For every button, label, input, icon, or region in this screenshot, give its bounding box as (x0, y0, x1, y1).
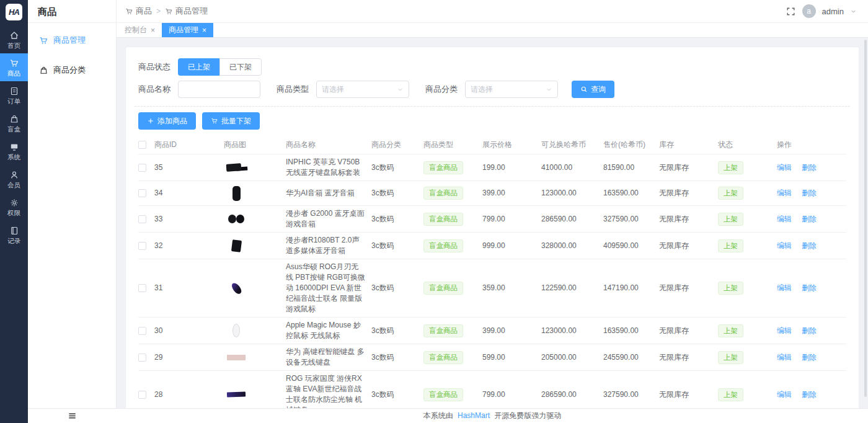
edit-link[interactable]: 编辑 (777, 163, 792, 173)
product-table: 商品ID 商品图 商品名称 商品分类 商品类型 展示价格 可兑换哈希币 售价(哈… (138, 135, 846, 408)
select-all-checkbox[interactable] (138, 141, 146, 149)
batch-takedown-button[interactable]: 批量下架 (202, 112, 260, 130)
hashmart-link[interactable]: HashMart (458, 411, 490, 420)
status-badge: 上架 (718, 282, 743, 295)
row-checkbox[interactable] (138, 189, 146, 197)
radio-off-shelf[interactable]: 已下架 (219, 58, 262, 76)
status-badge: 上架 (718, 161, 743, 174)
product-category-select[interactable]: 请选择 (465, 81, 558, 98)
row-checkbox[interactable] (138, 327, 146, 335)
rail-item-home[interactable]: 首页 (0, 25, 28, 53)
stock: 无限库存 (659, 185, 718, 201)
submenu-item-product-management[interactable]: 商品管理 (28, 28, 116, 53)
rail-item-label: 权限 (7, 210, 20, 216)
breadcrumb-item-products[interactable]: 商品 (125, 6, 152, 17)
breadcrumb-separator: > (156, 7, 161, 16)
product-id: 34 (154, 185, 224, 201)
edit-link[interactable]: 编辑 (777, 214, 792, 225)
avatar[interactable]: a (802, 4, 816, 18)
row-checkbox[interactable] (138, 284, 146, 292)
sale-price: 163590.00 (603, 185, 659, 201)
row-checkbox[interactable] (138, 215, 146, 223)
fullscreen-icon[interactable] (786, 6, 796, 17)
row-checkbox[interactable] (138, 242, 146, 250)
product-image (224, 184, 249, 203)
product-image (224, 321, 249, 340)
sale-price: 327590.00 (603, 212, 659, 227)
sale-price: 81590.00 (603, 160, 659, 176)
type-badge: 盲盒商品 (423, 213, 463, 226)
radio-on-shelf[interactable]: 已上架 (178, 58, 219, 76)
delete-link[interactable]: 删除 (802, 241, 817, 251)
delete-link[interactable]: 删除 (802, 188, 817, 198)
table-row: 35 INPHIC 英菲克 V750B 无线蓝牙键盘鼠标套装 3c数码 盲盒商品… (138, 154, 846, 181)
row-checkbox[interactable] (138, 164, 146, 172)
stock: 无限库存 (659, 160, 718, 176)
submenu-item-label: 商品管理 (53, 35, 86, 46)
tab-console[interactable]: 控制台 × (118, 23, 162, 37)
search-button[interactable]: 查询 (572, 81, 614, 98)
submenu-item-product-categories[interactable]: 商品分类 (28, 58, 116, 82)
member-icon (9, 170, 19, 180)
delete-link[interactable]: 删除 (802, 214, 817, 225)
type-filter-label: 商品类型 (277, 84, 309, 95)
rail-item-permissions[interactable]: 权限 (0, 193, 28, 221)
rail-item-label: 订单 (7, 98, 20, 105)
product-image (224, 236, 249, 255)
edit-link[interactable]: 编辑 (777, 188, 792, 198)
blindbox-icon (9, 114, 19, 124)
row-checkbox[interactable] (138, 354, 146, 362)
edit-link[interactable]: 编辑 (777, 352, 792, 363)
delete-link[interactable]: 删除 (802, 390, 817, 400)
edit-link[interactable]: 编辑 (777, 326, 792, 336)
type-badge: 盲盒商品 (423, 351, 463, 364)
rail-item-label: 记录 (7, 238, 20, 244)
row-checkbox[interactable] (138, 391, 146, 399)
delete-link[interactable]: 删除 (802, 326, 817, 336)
product-id: 29 (154, 350, 224, 365)
product-name: INPHIC 英菲克 V750B 无线蓝牙键盘鼠标套装 (286, 154, 371, 180)
table-row: 29 华为 高键程智能键盘 多设备无线键盘 3c数码 盲盒商品 599.00 2… (138, 344, 846, 371)
vertical-scrollbar[interactable] (864, 40, 867, 397)
delete-link[interactable]: 删除 (802, 352, 817, 363)
rail-item-orders[interactable]: 订单 (0, 81, 28, 109)
edit-link[interactable]: 编辑 (777, 283, 792, 293)
plus-icon (147, 117, 154, 125)
breadcrumb-item-product-management[interactable]: 商品管理 (165, 6, 208, 17)
display-price: 399.00 (482, 323, 541, 339)
delete-link[interactable]: 删除 (802, 283, 817, 293)
product-category: 3c数码 (371, 350, 423, 365)
submenu-title: 商品 (28, 0, 116, 23)
collapse-sidebar-icon[interactable] (68, 411, 77, 421)
rail-item-records[interactable]: 记录 (0, 221, 28, 249)
status-radio-group: 已上架 已下架 (178, 58, 262, 76)
rail-item-members[interactable]: 会员 (0, 165, 28, 193)
close-icon[interactable]: × (202, 27, 206, 34)
tag-tab-bar: 控制台 × 商品管理 × (117, 23, 868, 38)
stock: 无限库存 (659, 350, 718, 365)
cart-icon (211, 117, 218, 125)
product-category: 3c数码 (371, 212, 423, 227)
divider (135, 106, 850, 107)
product-image (224, 385, 249, 404)
product-type-select[interactable]: 请选择 (316, 81, 409, 98)
delete-link[interactable]: 删除 (802, 163, 817, 173)
table-row: 30 Apple Magic Mouse 妙控鼠标 无线鼠标 3c数码 盲盒商品… (138, 318, 846, 344)
product-category: 3c数码 (371, 160, 423, 176)
record-icon (9, 226, 19, 236)
edit-link[interactable]: 编辑 (777, 390, 792, 400)
add-product-button[interactable]: 添加商品 (138, 112, 196, 130)
display-price: 799.00 (482, 387, 541, 403)
product-name-input[interactable] (178, 81, 260, 98)
tab-product-management[interactable]: 商品管理 × (162, 23, 213, 37)
status-badge: 上架 (718, 187, 743, 200)
system-icon (9, 142, 19, 152)
rail-item-system[interactable]: 系统 (0, 137, 28, 165)
chevron-down-icon[interactable] (850, 8, 857, 15)
product-category: 3c数码 (371, 323, 423, 339)
rail-item-products[interactable]: 商品 (0, 53, 28, 81)
user-name[interactable]: admin (822, 7, 844, 16)
edit-link[interactable]: 编辑 (777, 241, 792, 251)
close-icon[interactable]: × (151, 27, 155, 34)
rail-item-blindbox[interactable]: 盲盒 (0, 109, 28, 137)
